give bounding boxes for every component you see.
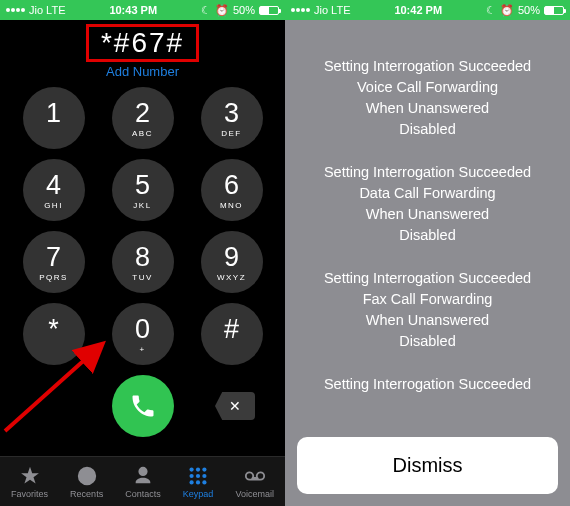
- key-digit: #: [224, 316, 239, 343]
- key-0[interactable]: 0+: [112, 303, 174, 365]
- battery-pct: 50%: [233, 4, 255, 16]
- key-letters: WXYZ: [217, 273, 246, 281]
- status-bar: Jio LTE 10:43 PM ☾ ⏰ 50%: [0, 0, 285, 20]
- tab-bar: FavoritesRecentsContactsKeypadVoicemail: [0, 456, 285, 506]
- key-digit: 8: [135, 244, 150, 271]
- key-7[interactable]: 7PQRS: [23, 231, 85, 293]
- tab-favorites[interactable]: Favorites: [11, 465, 48, 499]
- entered-number: *#67#: [95, 27, 190, 59]
- result-line: When Unanswered: [303, 204, 552, 225]
- favorites-icon: [19, 465, 41, 487]
- delete-icon: ✕: [229, 398, 241, 414]
- key-8[interactable]: 8TUV: [112, 231, 174, 293]
- key-letters: MNO: [220, 201, 243, 209]
- tab-keypad[interactable]: Keypad: [183, 465, 214, 499]
- add-number-button[interactable]: Add Number: [0, 64, 285, 79]
- status-time: 10:42 PM: [350, 4, 485, 16]
- delete-button[interactable]: ✕: [215, 392, 255, 420]
- key-digit: 0: [135, 316, 150, 343]
- key-letters: +: [139, 345, 145, 353]
- result-line: Disabled: [303, 225, 552, 246]
- carrier-label: Jio LTE: [29, 4, 65, 16]
- result-block-1: Setting Interrogation SucceededData Call…: [303, 162, 552, 246]
- alarm-icon: ⏰: [215, 4, 229, 17]
- annotation-highlight: *#67#: [86, 24, 199, 62]
- dialer-screen: Jio LTE 10:43 PM ☾ ⏰ 50% *#67# Add Numbe…: [0, 0, 285, 506]
- key-6[interactable]: 6MNO: [201, 159, 263, 221]
- result-line: When Unanswered: [303, 310, 552, 331]
- dismiss-button[interactable]: Dismiss: [297, 437, 558, 494]
- result-block-0: Setting Interrogation SucceededVoice Cal…: [303, 56, 552, 140]
- keypad: 12ABC3DEF4GHI5JKL6MNO7PQRS8TUV9WXYZ*0+#: [0, 79, 285, 365]
- battery-pct: 50%: [518, 4, 540, 16]
- key-2[interactable]: 2ABC: [112, 87, 174, 149]
- status-time: 10:43 PM: [65, 4, 200, 16]
- svg-point-5: [196, 473, 200, 477]
- dial-display: *#67# Add Number: [0, 20, 285, 79]
- key-digit: 1: [46, 100, 61, 127]
- key-5[interactable]: 5JKL: [112, 159, 174, 221]
- key-*[interactable]: *: [23, 303, 85, 365]
- result-block-2: Setting Interrogation SucceededFax Call …: [303, 268, 552, 352]
- key-digit: 7: [46, 244, 61, 271]
- key-1[interactable]: 1: [23, 87, 85, 149]
- key-9[interactable]: 9WXYZ: [201, 231, 263, 293]
- key-letters: ABC: [132, 129, 153, 137]
- voicemail-icon: [244, 465, 266, 487]
- contacts-icon: [132, 465, 154, 487]
- keypad-icon: [187, 465, 209, 487]
- result-line: Setting Interrogation Succeeded: [303, 56, 552, 77]
- svg-point-2: [196, 467, 200, 471]
- phone-icon: [129, 392, 157, 420]
- svg-point-7: [190, 480, 194, 484]
- signal-icon: [291, 8, 310, 12]
- result-line: Data Call Forwarding: [303, 183, 552, 204]
- svg-point-8: [196, 480, 200, 484]
- key-digit: *: [48, 316, 59, 343]
- result-line: Setting Interrogation Succeeded: [303, 162, 552, 183]
- svg-point-3: [202, 467, 206, 471]
- status-bar: Jio LTE 10:42 PM ☾ ⏰ 50%: [285, 0, 570, 20]
- key-digit: 5: [135, 172, 150, 199]
- recents-icon: [76, 465, 98, 487]
- key-letters: JKL: [133, 201, 151, 209]
- tab-label: Recents: [70, 489, 103, 499]
- key-4[interactable]: 4GHI: [23, 159, 85, 221]
- result-line: Setting Interrogation Succeeded: [303, 268, 552, 289]
- svg-point-6: [202, 473, 206, 477]
- key-digit: 9: [224, 244, 239, 271]
- tab-label: Keypad: [183, 489, 214, 499]
- result-line-partial: Setting Interrogation Succeeded: [303, 374, 552, 395]
- tab-recents[interactable]: Recents: [70, 465, 103, 499]
- call-button[interactable]: [112, 375, 174, 437]
- key-letters: PQRS: [39, 273, 68, 281]
- result-line: Disabled: [303, 331, 552, 352]
- result-body: Setting Interrogation SucceededVoice Cal…: [285, 20, 570, 506]
- key-3[interactable]: 3DEF: [201, 87, 263, 149]
- key-digit: 3: [224, 100, 239, 127]
- svg-point-4: [190, 473, 194, 477]
- tab-voicemail[interactable]: Voicemail: [235, 465, 274, 499]
- carrier-label: Jio LTE: [314, 4, 350, 16]
- svg-point-9: [202, 480, 206, 484]
- svg-point-1: [190, 467, 194, 471]
- tab-label: Contacts: [125, 489, 161, 499]
- result-screen: Jio LTE 10:42 PM ☾ ⏰ 50% Setting Interro…: [285, 0, 570, 506]
- moon-icon: ☾: [486, 4, 496, 17]
- moon-icon: ☾: [201, 4, 211, 17]
- key-letters: DEF: [221, 129, 242, 137]
- alarm-icon: ⏰: [500, 4, 514, 17]
- result-line: Fax Call Forwarding: [303, 289, 552, 310]
- key-letters: GHI: [44, 201, 63, 209]
- key-letters: TUV: [132, 273, 153, 281]
- key-digit: 6: [224, 172, 239, 199]
- result-line: Voice Call Forwarding: [303, 77, 552, 98]
- key-#[interactable]: #: [201, 303, 263, 365]
- battery-icon: [259, 6, 279, 15]
- key-digit: 4: [46, 172, 61, 199]
- signal-icon: [6, 8, 25, 12]
- key-digit: 2: [135, 100, 150, 127]
- tab-label: Favorites: [11, 489, 48, 499]
- tab-contacts[interactable]: Contacts: [125, 465, 161, 499]
- result-line: When Unanswered: [303, 98, 552, 119]
